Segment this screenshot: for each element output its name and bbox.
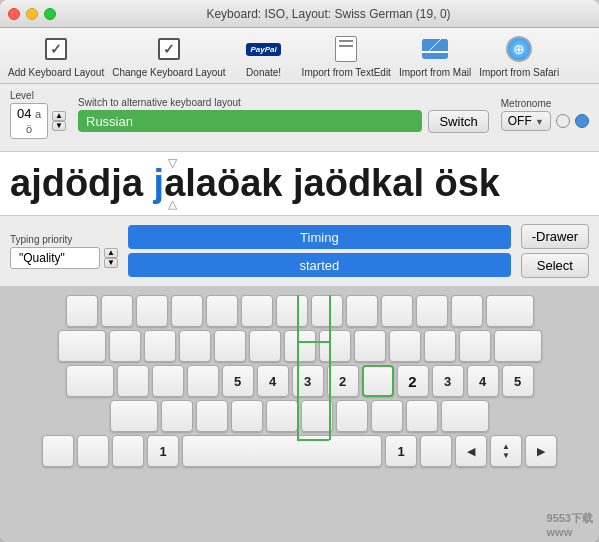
timing-button[interactable]: Timing xyxy=(128,225,511,249)
key-z8[interactable] xyxy=(406,400,438,432)
key-right[interactable]: ▶ xyxy=(525,435,557,467)
donate-icon: PayPal xyxy=(248,33,280,65)
metronome-dot-on[interactable] xyxy=(575,114,589,128)
key-a11[interactable] xyxy=(459,330,491,362)
key-q9[interactable] xyxy=(346,295,378,327)
donate-button[interactable]: PayPal Donate! xyxy=(234,33,294,78)
key-a4[interactable] xyxy=(214,330,246,362)
metronome-off-select[interactable]: OFF ▼ xyxy=(501,111,551,131)
key-q6[interactable] xyxy=(241,295,273,327)
minimize-button[interactable] xyxy=(26,8,38,20)
select-button[interactable]: Select xyxy=(521,253,589,278)
key-tab[interactable] xyxy=(58,330,106,362)
quality-stepper-up[interactable]: ▲ xyxy=(104,248,118,258)
level-stepper[interactable]: ▲ ▼ xyxy=(52,111,66,131)
key-num-1b[interactable]: 1 xyxy=(385,435,417,467)
key-z3[interactable] xyxy=(231,400,263,432)
key-ctrl[interactable] xyxy=(77,435,109,467)
timing-group: Timing started xyxy=(128,225,511,277)
key-opt-right[interactable] xyxy=(420,435,452,467)
level-select: 04 a ö ▲ ▼ xyxy=(10,103,66,139)
key-z6[interactable] xyxy=(336,400,368,432)
key-a8[interactable] xyxy=(354,330,386,362)
key-z4[interactable] xyxy=(266,400,298,432)
level-group: Level 04 a ö ▲ ▼ xyxy=(10,90,66,139)
key-q8[interactable] xyxy=(311,295,343,327)
key-num-4b[interactable]: 4 xyxy=(467,365,499,397)
key-q3[interactable] xyxy=(136,295,168,327)
key-q12[interactable] xyxy=(451,295,483,327)
key-num-5[interactable]: 5 xyxy=(222,365,254,397)
key-q10[interactable] xyxy=(381,295,413,327)
key-num-3b[interactable]: 3 xyxy=(432,365,464,397)
switch-button[interactable]: Switch xyxy=(428,110,488,133)
key-q11[interactable] xyxy=(416,295,448,327)
key-up-down[interactable]: ▲▼ xyxy=(490,435,522,467)
key-shift-right[interactable] xyxy=(441,400,489,432)
close-button[interactable] xyxy=(8,8,20,20)
key-a9[interactable] xyxy=(389,330,421,362)
caret-above-indicator: ▽ xyxy=(168,156,177,170)
metronome-dot-off[interactable] xyxy=(556,114,570,128)
key-backspace[interactable] xyxy=(486,295,534,327)
key-q1[interactable] xyxy=(66,295,98,327)
key-q7[interactable] xyxy=(276,295,308,327)
key-num-2b[interactable]: 2 xyxy=(397,365,429,397)
key-q4[interactable] xyxy=(171,295,203,327)
key-num-5b[interactable]: 5 xyxy=(502,365,534,397)
key-z7[interactable] xyxy=(371,400,403,432)
stepper-down[interactable]: ▼ xyxy=(52,121,66,131)
key-a5[interactable] xyxy=(249,330,281,362)
add-keyboard-button[interactable]: Add Keyboard Layout xyxy=(8,33,104,78)
change-keyboard-icon xyxy=(153,33,185,65)
key-a6[interactable] xyxy=(284,330,316,362)
key-q5[interactable] xyxy=(206,295,238,327)
import-textedit-button[interactable]: Import from TextEdit xyxy=(302,33,391,78)
key-shift-left[interactable] xyxy=(110,400,158,432)
key-a10[interactable] xyxy=(424,330,456,362)
text-line: ajdödja jalaöak jaödkal ösk xyxy=(10,163,500,205)
main-window: Keyboard: ISO, Layout: Swiss German (19,… xyxy=(0,0,599,542)
change-keyboard-button[interactable]: Change Keyboard Layout xyxy=(112,33,225,78)
key-return-top[interactable] xyxy=(494,330,542,362)
key-s1[interactable] xyxy=(117,365,149,397)
key-a2[interactable] xyxy=(144,330,176,362)
key-s8[interactable] xyxy=(362,365,394,397)
drawer-button[interactable]: -Drawer xyxy=(521,224,589,249)
key-z2[interactable] xyxy=(196,400,228,432)
import-textedit-label: Import from TextEdit xyxy=(302,67,391,78)
quality-stepper-down[interactable]: ▼ xyxy=(104,258,118,268)
key-caps[interactable] xyxy=(66,365,114,397)
key-s3[interactable] xyxy=(187,365,219,397)
green-line-horizontal-bottom xyxy=(297,439,329,441)
key-left[interactable]: ◀ xyxy=(455,435,487,467)
import-safari-button[interactable]: Import from Safari xyxy=(479,33,559,78)
key-z1[interactable] xyxy=(161,400,193,432)
quality-value[interactable]: "Quality" xyxy=(10,247,100,269)
import-safari-icon xyxy=(503,33,535,65)
key-num-4[interactable]: 4 xyxy=(257,365,289,397)
key-s2[interactable] xyxy=(152,365,184,397)
key-num-2a[interactable]: 2 xyxy=(327,365,359,397)
key-num-1a[interactable]: 1 xyxy=(147,435,179,467)
title-bar: Keyboard: ISO, Layout: Swiss German (19,… xyxy=(0,0,599,28)
quality-stepper[interactable]: ▲ ▼ xyxy=(104,248,118,268)
key-fn[interactable] xyxy=(42,435,74,467)
key-opt[interactable] xyxy=(112,435,144,467)
import-mail-button[interactable]: Import from Mail xyxy=(399,33,471,78)
checkbox-icon xyxy=(45,38,67,60)
key-a7[interactable] xyxy=(319,330,351,362)
checkbox-icon2 xyxy=(158,38,180,60)
stepper-up[interactable]: ▲ xyxy=(52,111,66,121)
key-space[interactable] xyxy=(182,435,382,467)
started-button[interactable]: started xyxy=(128,253,511,277)
key-a1[interactable] xyxy=(109,330,141,362)
switch-layout-text: Russian xyxy=(86,114,133,129)
change-keyboard-label: Change Keyboard Layout xyxy=(112,67,225,78)
add-keyboard-icon xyxy=(40,33,72,65)
action-buttons: -Drawer Select xyxy=(521,224,589,278)
key-q2[interactable] xyxy=(101,295,133,327)
key-a3[interactable] xyxy=(179,330,211,362)
maximize-button[interactable] xyxy=(44,8,56,20)
text-display: ▽ ajdödja jalaöak jaödkal ösk △ xyxy=(0,152,599,216)
